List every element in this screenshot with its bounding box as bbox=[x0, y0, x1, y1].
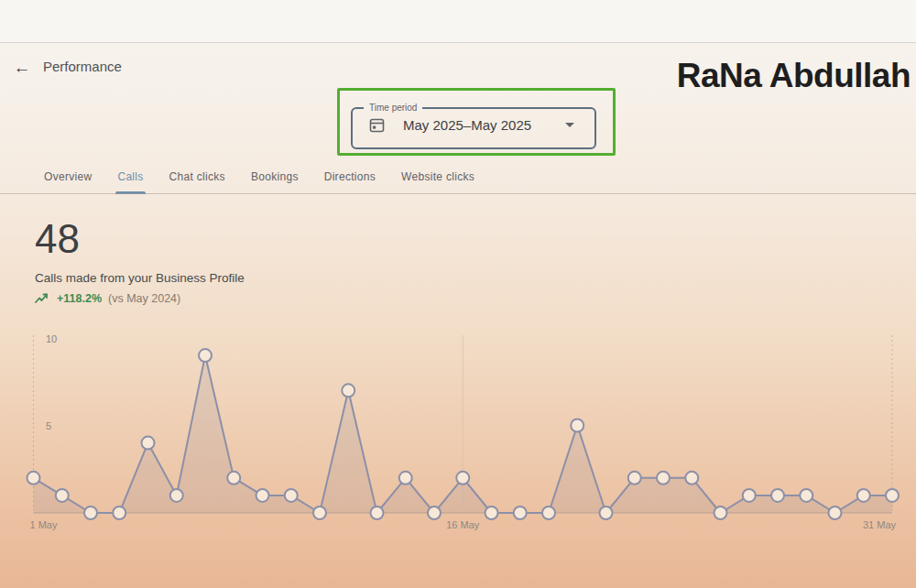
svg-text:10: 10 bbox=[46, 333, 57, 344]
trend-row: +118.2% (vs May 2024) bbox=[35, 292, 180, 305]
page-title: Performance bbox=[43, 59, 122, 74]
svg-text:31 May: 31 May bbox=[863, 519, 897, 530]
tab-website-clicks[interactable]: Website clicks bbox=[401, 170, 474, 193]
metric-value: 48 bbox=[35, 216, 80, 262]
trend-comparison: (vs May 2024) bbox=[108, 292, 180, 305]
metric-description: Calls made from your Business Profile bbox=[35, 271, 245, 285]
tab-directions[interactable]: Directions bbox=[324, 170, 376, 193]
trend-percent: +118.2% bbox=[57, 292, 102, 305]
back-arrow-icon[interactable]: ← bbox=[11, 57, 33, 79]
time-period-value: May 2025–May 2025 bbox=[403, 117, 565, 133]
tab-bar: Overview Calls Chat clicks Bookings Dire… bbox=[44, 170, 474, 193]
time-period-selector[interactable]: Time period May 2025–May 2025 bbox=[351, 103, 596, 149]
top-bar bbox=[0, 0, 916, 43]
tabs-divider bbox=[0, 193, 916, 194]
tab-chat-clicks[interactable]: Chat clicks bbox=[169, 170, 225, 193]
tab-overview[interactable]: Overview bbox=[44, 170, 92, 193]
chevron-down-icon[interactable] bbox=[565, 123, 574, 127]
watermark-text: RaNa Abdullah bbox=[677, 57, 911, 95]
svg-text:16 May: 16 May bbox=[446, 519, 480, 530]
performance-page: { "header": { "title": "Performance" }, … bbox=[0, 0, 916, 588]
tab-calls[interactable]: Calls bbox=[117, 170, 143, 193]
calls-chart[interactable]: 5101 May16 May31 May bbox=[0, 322, 916, 542]
time-period-label: Time period bbox=[364, 103, 422, 113]
svg-text:1 May: 1 May bbox=[30, 519, 58, 530]
svg-text:5: 5 bbox=[46, 420, 51, 431]
trending-up-icon bbox=[35, 292, 50, 305]
tab-bookings[interactable]: Bookings bbox=[251, 170, 299, 193]
calendar-icon bbox=[369, 117, 385, 133]
time-period-highlight-box: Time period May 2025–May 2025 bbox=[337, 88, 616, 156]
